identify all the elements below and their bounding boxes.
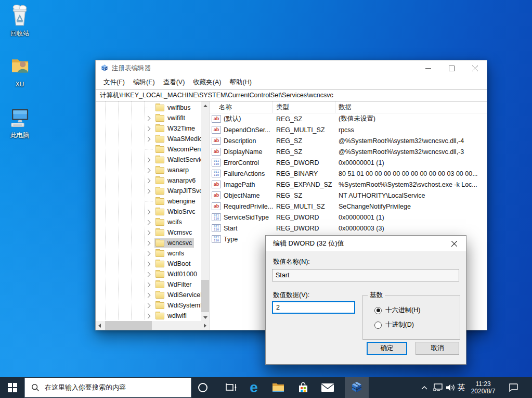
value-row-Start[interactable]: 011110StartREG_DWORD0x00000003 (3)	[210, 223, 487, 234]
dialog-close-button[interactable]	[443, 236, 466, 251]
expand-chevron-icon[interactable]	[146, 303, 151, 309]
value-row-ServiceSidType[interactable]: 011110ServiceSidTypeREG_DWORD0x00000001 …	[210, 212, 487, 223]
dialog-titlebar[interactable]: 编辑 DWORD (32 位)值	[266, 236, 466, 251]
tree-item-wcnfs[interactable]: wcnfs	[96, 248, 201, 259]
radio-decimal[interactable]: 十进制(D)	[374, 320, 414, 329]
maximize-button[interactable]	[440, 60, 463, 76]
expand-chevron-icon[interactable]	[146, 293, 151, 298]
edge-button[interactable]: e	[243, 377, 264, 398]
expand-chevron-icon[interactable]	[146, 314, 151, 319]
expand-chevron-icon[interactable]	[146, 251, 151, 256]
close-button[interactable]	[463, 60, 487, 76]
value-row-DependOnSer...[interactable]: abDependOnSer...REG_MULTI_SZrpcss	[210, 124, 487, 135]
cortana-button[interactable]	[192, 377, 213, 398]
scrollbar-thumb[interactable]	[201, 280, 209, 312]
value-row-RequiredPrivile...[interactable]: abRequiredPrivile...REG_MULTI_SZSeChange…	[210, 201, 487, 212]
value-name-input[interactable]: Start	[272, 269, 459, 281]
store-button[interactable]	[293, 377, 314, 398]
scroll-left-button[interactable]	[96, 321, 103, 330]
tree-item-W32Time[interactable]: W32Time	[96, 123, 201, 134]
value-row-ErrorControl[interactable]: 011110ErrorControlREG_DWORD0x00000001 (1…	[210, 157, 487, 168]
column-header-type[interactable]: 类型	[273, 101, 335, 113]
expand-chevron-icon[interactable]	[146, 189, 151, 194]
value-row-FailureActions[interactable]: 011110FailureActionsREG_BINARY80 51 01 0…	[210, 168, 487, 179]
value-data-input[interactable]: 2	[272, 301, 355, 314]
start-button[interactable]	[0, 377, 24, 398]
tree-item-vwifibus[interactable]: vwifibus	[96, 102, 201, 113]
expand-chevron-icon[interactable]	[146, 210, 151, 215]
expand-chevron-icon[interactable]	[146, 126, 151, 132]
column-header-data[interactable]: 数据	[335, 103, 487, 112]
tree-item-WbioSrvc[interactable]: WbioSrvc	[96, 207, 201, 217]
task-view-button[interactable]	[221, 377, 242, 398]
file-explorer-button[interactable]	[268, 377, 289, 398]
action-center-button[interactable]	[505, 377, 521, 398]
tree-item-WalletService[interactable]: WalletService	[96, 155, 201, 165]
ime-indicator[interactable]: 英	[456, 377, 467, 398]
tree-horizontal-scrollbar[interactable]	[96, 321, 209, 330]
expand-chevron-icon[interactable]	[146, 158, 151, 163]
address-bar[interactable]: 计算机\HKEY_LOCAL_MACHINE\SYSTEM\CurrentCon…	[96, 89, 487, 101]
expand-chevron-icon[interactable]	[146, 262, 151, 267]
value-row-ImagePath[interactable]: abImagePathREG_EXPAND_SZ%SystemRoot%\Sys…	[210, 179, 487, 190]
tree-item-Wcmsvc[interactable]: Wcmsvc	[96, 227, 201, 238]
expand-chevron-icon[interactable]	[146, 168, 151, 173]
radio-button-icon[interactable]	[374, 307, 382, 314]
taskbar-clock[interactable]: 11:23 2020/8/7	[467, 377, 499, 398]
value-row-ObjectName[interactable]: abObjectNameREG_SZNT AUTHORITY\LocalServ…	[210, 190, 487, 201]
expand-chevron-icon[interactable]	[146, 220, 151, 225]
menu-file[interactable]: 文件(F)	[99, 76, 129, 88]
tray-expand-button[interactable]	[419, 377, 430, 398]
column-header-name[interactable]: 名称	[210, 101, 273, 113]
tree-item-WdiSystemH[interactable]: WdiSystemH	[96, 300, 201, 311]
tree-item-WdFilter[interactable]: WdFilter	[96, 279, 201, 290]
minimize-button[interactable]	[417, 60, 440, 76]
regedit-taskbar-button[interactable]	[345, 377, 369, 398]
scroll-down-button[interactable]	[201, 313, 209, 322]
menu-edit[interactable]: 编辑(E)	[129, 76, 159, 88]
tree-item-WdiServiceH[interactable]: WdiServiceH	[96, 290, 201, 300]
tree-item-WacomPen[interactable]: WacomPen	[96, 144, 201, 155]
radio-button-icon[interactable]	[374, 322, 382, 329]
tree-item-vwififlt[interactable]: vwififlt	[96, 113, 201, 123]
scroll-up-button[interactable]	[201, 101, 209, 110]
base-groupbox: 基数 十六进制(H) 十进制(D)	[362, 295, 460, 340]
tree-item-wanarpv6[interactable]: wanarpv6	[96, 175, 201, 186]
tree-item-wcifs[interactable]: wcifs	[96, 217, 201, 227]
value-row-Description[interactable]: abDescriptionREG_SZ@%SystemRoot%\system3…	[210, 135, 487, 146]
regedit-titlebar[interactable]: 注册表编辑器	[96, 60, 487, 76]
mail-button[interactable]	[317, 377, 338, 398]
tree-vertical-scrollbar[interactable]	[201, 101, 209, 322]
tree-item-Wdf01000[interactable]: Wdf01000	[96, 269, 201, 279]
cancel-button[interactable]: 取消	[416, 342, 459, 355]
expand-chevron-icon[interactable]	[146, 137, 151, 142]
expand-chevron-icon[interactable]	[146, 116, 151, 121]
value-row-DisplayName[interactable]: abDisplayNameREG_SZ@%SystemRoot%\system3…	[210, 146, 487, 157]
value-row-(默认)[interactable]: ab(默认)REG_SZ(数值未设置)	[210, 113, 487, 124]
menu-favorites[interactable]: 收藏夹(A)	[189, 76, 225, 88]
radio-hexadecimal[interactable]: 十六进制(H)	[374, 306, 420, 315]
tree-item-wdiwifi[interactable]: wdiwifi	[96, 311, 201, 321]
expand-chevron-icon[interactable]	[146, 230, 151, 236]
expand-chevron-icon[interactable]	[146, 241, 151, 246]
tree-item-wanarp[interactable]: wanarp	[96, 165, 201, 175]
network-tray-button[interactable]	[432, 377, 444, 398]
desktop-icon-this-pc[interactable]: 此电脑	[3, 105, 37, 139]
expand-chevron-icon[interactable]	[146, 178, 151, 184]
menu-help[interactable]: 帮助(H)	[225, 76, 255, 88]
menu-view[interactable]: 查看(V)	[159, 76, 189, 88]
expand-chevron-icon[interactable]	[146, 272, 151, 277]
desktop-icon-user-folder[interactable]: XU	[3, 54, 37, 88]
tree-item-wcncsvc[interactable]: wcncsvc	[96, 238, 201, 248]
tree-item-WarpJITSvc[interactable]: WarpJITSvc	[96, 186, 201, 196]
volume-tray-button[interactable]	[444, 377, 457, 398]
tree-item-wbengine[interactable]: wbengine	[96, 196, 201, 207]
scrollbar-thumb[interactable]	[105, 321, 152, 330]
expand-chevron-icon[interactable]	[146, 283, 151, 288]
ok-button[interactable]: 确定	[367, 342, 407, 355]
tree-item-WaaSMedicS[interactable]: WaaSMedicS	[96, 134, 201, 144]
tree-item-WdBoot[interactable]: WdBoot	[96, 259, 201, 269]
desktop-icon-recycle-bin[interactable]: 回收站	[3, 3, 37, 37]
taskbar-search-input[interactable]: 在这里输入你要搜索的内容	[24, 378, 191, 397]
scroll-right-button[interactable]	[201, 321, 209, 330]
